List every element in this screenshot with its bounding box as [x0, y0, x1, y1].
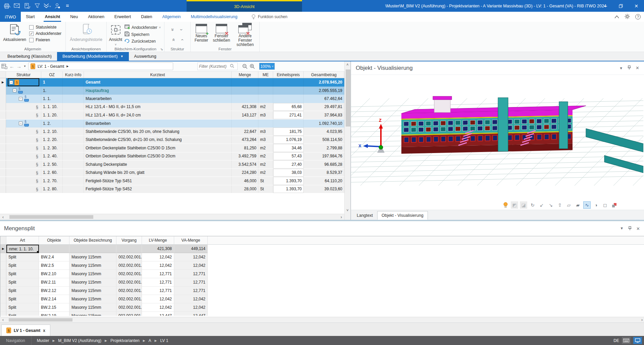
table-cell[interactable]: [0, 253, 6, 261]
table-cell[interactable]: [116, 245, 142, 253]
mengensplit-row[interactable]: SplitBW.2.5Masonry 115mm002.002.001.(12,…: [0, 261, 644, 270]
rotate-view-icon[interactable]: ↻: [529, 201, 536, 209]
statusleiste-checkbox[interactable]: Statusleiste: [29, 25, 61, 30]
table-cell[interactable]: Gesamt: [84, 78, 232, 87]
history-dropdown-icon[interactable]: ▼: [23, 65, 26, 68]
expand-all-icon[interactable]: ˅: [43, 2, 52, 10]
menu-ansicht[interactable]: Ansicht: [40, 12, 65, 22]
table-cell[interactable]: 1. 1. 20.: [41, 111, 63, 119]
collapse-level-icon[interactable]: ›: [179, 39, 185, 41]
keyboard-icon[interactable]: [622, 337, 631, 344]
table-cell[interactable]: Split: [6, 278, 39, 287]
table-cell[interactable]: 1. 2. 30.: [41, 144, 63, 152]
table-cell[interactable]: [273, 119, 304, 128]
table-cell[interactable]: 2.078.945,20: [304, 78, 344, 87]
table-cell[interactable]: [63, 152, 84, 160]
app-menu-button[interactable]: iTWO: [0, 12, 21, 22]
table-cell[interactable]: 12,771: [142, 278, 174, 287]
table-cell[interactable]: Ortbeton Deckenplatte Stahlbeton C25/30 …: [84, 152, 232, 160]
table-cell[interactable]: [273, 87, 304, 95]
scrollbar-thumb[interactable]: [9, 318, 72, 322]
column-header-art[interactable]: Art: [6, 236, 39, 244]
struktur-cell[interactable]: §: [6, 144, 41, 152]
row-marker[interactable]: ▶: [0, 245, 6, 253]
menu-aktionen[interactable]: Aktionen: [83, 12, 109, 22]
column-header-menge[interactable]: Menge: [232, 71, 258, 78]
table-cell[interactable]: 12,771: [142, 270, 174, 278]
struktur-cell[interactable]: §: [6, 128, 41, 136]
table-cell[interactable]: [63, 169, 84, 177]
mengensplit-row[interactable]: SplitBW.2.15Masonry 115mm002.002.001.(12…: [0, 303, 644, 312]
structure-view-icon[interactable]: [1, 64, 7, 69]
table-cell[interactable]: BW.2.11: [39, 278, 69, 287]
lv-table-row[interactable]: §1. 2. 30.Ortbeton Deckenplatte Stahlbet…: [0, 144, 344, 152]
mengensplit-horizontal-scrollbar[interactable]: ‹ ›: [0, 317, 644, 323]
table-cell[interactable]: 12,042: [142, 261, 174, 270]
table-cell[interactable]: Masonry 115mm: [69, 312, 116, 316]
scroll-right-icon[interactable]: ›: [641, 317, 643, 322]
zoom-window-icon[interactable]: ↙: [538, 201, 545, 209]
table-cell[interactable]: [63, 78, 84, 87]
table-cell[interactable]: Betonarbeiten: [84, 119, 232, 128]
user-icon[interactable]: [53, 2, 62, 10]
light-toggle-icon[interactable]: [502, 201, 509, 209]
table-cell[interactable]: 2.799,88: [304, 144, 344, 152]
table-cell[interactable]: 1. 2. 50.: [41, 160, 63, 168]
table-cell[interactable]: 12,042: [174, 261, 208, 270]
table-cell[interactable]: 002.002.001.(: [116, 312, 142, 316]
menu-erweitert[interactable]: Erweitert: [109, 12, 136, 22]
zoom-level-select[interactable]: 100% ˅: [259, 63, 275, 70]
struktur-cell[interactable]: §: [6, 185, 41, 193]
zuruecksetzen-button[interactable]: Zurücksetzen: [125, 39, 161, 44]
close-panel-icon[interactable]: ✕: [636, 65, 639, 70]
scroll-left-icon[interactable]: ‹: [0, 215, 6, 219]
table-cell[interactable]: m2: [258, 103, 273, 111]
table-cell[interactable]: [232, 119, 258, 128]
table-cell[interactable]: [63, 185, 84, 193]
table-cell[interactable]: [63, 87, 84, 95]
filter-icon[interactable]: [33, 2, 42, 10]
perspective-mode-icon[interactable]: ◻: [601, 201, 609, 209]
table-cell[interactable]: Schalung Deckenplatte: [84, 160, 232, 168]
table-cell[interactable]: 1. 2. 10.: [41, 128, 63, 136]
table-cell[interactable]: 67.462,64: [304, 95, 344, 103]
table-cell[interactable]: 65,68: [273, 103, 304, 111]
table-cell[interactable]: 22,647: [232, 128, 258, 136]
column-header-vorgang[interactable]: Vorgang: [116, 236, 142, 244]
fenster-schliessen-button[interactable]: ✕ Fenster schließen: [212, 23, 231, 43]
aenderungshistorie-button[interactable]: Änderungshistorie: [68, 23, 104, 42]
table-cell[interactable]: Masonry 115mm: [69, 295, 116, 303]
language-indicator[interactable]: DE: [613, 338, 619, 343]
function-search[interactable]: Funktion suchen: [242, 12, 287, 22]
measurement-panel-icon[interactable]: ∿: [583, 201, 591, 209]
table-cell[interactable]: [39, 245, 69, 253]
table-cell[interactable]: 224,280: [232, 169, 258, 177]
aktualisieren-button[interactable]: Aktualisieren: [2, 23, 27, 42]
menu-daten[interactable]: Daten: [136, 12, 157, 22]
table-cell[interactable]: [232, 95, 258, 103]
column-header-va-menge[interactable]: VA-Menge: [174, 236, 208, 244]
table-cell[interactable]: [0, 295, 6, 303]
table-cell[interactable]: m2: [258, 169, 273, 177]
elevation-view-icon[interactable]: ⇧: [556, 201, 563, 209]
minimize-button[interactable]: ─: [598, 0, 613, 12]
mengensplit-sum-row[interactable]: ▶nme: 1. 1. 10.421,308449,114: [0, 245, 644, 253]
column-header-struktur[interactable]: Struktur: [6, 71, 41, 78]
3d-viewport[interactable]: ZX: [351, 75, 644, 200]
struktur-cell[interactable]: −§: [6, 95, 41, 103]
table-cell[interactable]: 57,43: [273, 152, 304, 160]
table-cell[interactable]: HLz 12/1,4 - MG II, d= 11,5 cm: [84, 103, 232, 111]
table-cell[interactable]: 181,75: [273, 128, 304, 136]
breadcrumb-item[interactable]: Muster: [37, 338, 49, 343]
column-header-gesamtbetrag[interactable]: Gesamtbetrag: [304, 71, 344, 78]
mengensplit-row[interactable]: SplitBW.2.12Masonry 115mm002.002.001.(12…: [0, 287, 644, 295]
table-cell[interactable]: BW.2.14: [39, 295, 69, 303]
table-cell[interactable]: 1.: [41, 87, 63, 95]
lv-table-row[interactable]: §1. 2. 70.Fertigteil-Stütze Typ S45146,0…: [0, 177, 344, 185]
table-cell[interactable]: 29.497,81: [304, 103, 344, 111]
mengensplit-row[interactable]: SplitBW.2.19Masonry 115mm002.002.001.(12…: [0, 312, 644, 316]
table-cell[interactable]: Masonry 115mm: [69, 303, 116, 312]
table-cell[interactable]: Split: [6, 270, 39, 278]
struktur-cell[interactable]: −§: [6, 78, 41, 87]
collapse-node-icon[interactable]: −: [19, 121, 22, 125]
